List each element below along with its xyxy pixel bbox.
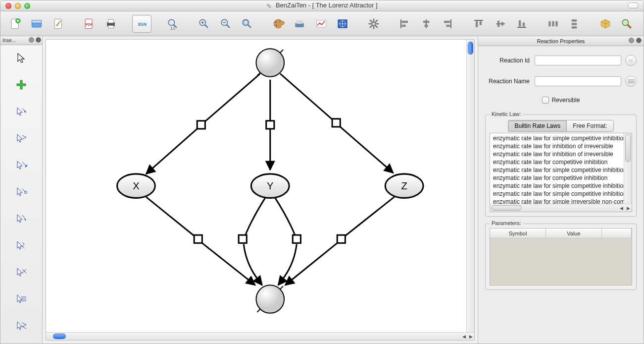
zoom-out-button[interactable] (216, 15, 235, 33)
tool-arrow-7[interactable] (13, 266, 29, 278)
hscroll-right-icon[interactable]: ▶ (467, 333, 474, 340)
source-node[interactable] (256, 49, 284, 77)
canvas-hscroll[interactable]: ◀ ▶ (46, 332, 474, 340)
ratelaw-hleft-icon[interactable]: ◀ (618, 204, 625, 212)
rate-law-item[interactable]: enzymatic rate law for inhibition of irr… (490, 142, 624, 150)
rate-law-item[interactable]: enzymatic rate law for simple competitiv… (490, 166, 624, 174)
svg-rect-53 (548, 21, 550, 26)
reaction-id-edit-button[interactable]: ⠶ (625, 55, 637, 66)
panel-minimize-icon[interactable] (629, 38, 634, 43)
rate-law-item[interactable]: enzymatic rate law for inhibition of irr… (490, 150, 624, 158)
svg-rect-36 (402, 20, 408, 22)
tool-arrow-4[interactable] (13, 186, 29, 198)
hscroll-left-icon[interactable]: ◀ (460, 333, 467, 340)
ratelaw-hthumb[interactable] (491, 205, 522, 211)
kinetic-law-group: Kinetic Law: Builtin Rate Laws Free Form… (485, 115, 637, 217)
rate-law-item[interactable]: enzymatic rate law for simple competitiv… (490, 134, 624, 142)
reaction-name-input[interactable] (535, 76, 621, 86)
panel-close-icon[interactable] (636, 38, 642, 43)
zoom-in-button[interactable] (194, 15, 213, 33)
tool-select[interactable] (13, 52, 29, 64)
properties-panel: Reaction Properties Reaction Id ⠶ Reacti… (478, 36, 644, 344)
settings-button[interactable] (364, 15, 383, 33)
zoom-fit-button[interactable] (237, 15, 256, 33)
tab-builtin-rate-laws[interactable]: Builtin Rate Laws (508, 120, 566, 132)
palette-minimize-icon[interactable] (29, 37, 34, 43)
rate-law-item[interactable]: enzymatic rate law for simple competitiv… (490, 190, 624, 198)
reversible-checkbox[interactable] (542, 97, 549, 104)
ratelaw-hscroll[interactable]: ◀ ▶ (490, 204, 632, 212)
svg-rect-86 (293, 235, 300, 243)
rate-law-list[interactable]: enzymatic rate law for simple competitiv… (490, 133, 632, 212)
palette-header[interactable]: Inse... (0, 36, 42, 45)
align-center-h-button[interactable] (416, 15, 436, 33)
zoom-reset-button[interactable]: 1:1 (163, 15, 183, 33)
rate-law-item[interactable]: enzymatic rate law for simple competitiv… (490, 182, 624, 190)
inspect-button[interactable] (617, 15, 637, 33)
svg-rect-40 (424, 24, 428, 26)
ratelaw-vthumb[interactable] (625, 134, 631, 162)
reversible-label: Reversible (552, 97, 580, 104)
vscroll-thumb[interactable] (468, 42, 473, 55)
ratelaw-vscroll[interactable] (624, 133, 632, 204)
reaction-id-input[interactable] (535, 56, 621, 65)
svg-rect-70 (266, 121, 274, 129)
palette-close-icon[interactable] (36, 37, 41, 43)
palette-button[interactable] (268, 15, 288, 33)
edit-doc-button[interactable] (49, 15, 68, 33)
tool-arrow-6[interactable] (13, 239, 29, 251)
chart-button[interactable] (311, 15, 331, 33)
tool-arrow-3[interactable] (13, 159, 29, 171)
align-center-v-button[interactable] (491, 15, 510, 33)
typewriter-button[interactable] (290, 15, 309, 33)
tool-add[interactable] (13, 79, 29, 91)
node-y[interactable]: Y (251, 174, 289, 198)
tab-free-format[interactable]: Free Format: (566, 120, 613, 132)
tool-arrow-8[interactable] (13, 293, 29, 305)
parameters-table[interactable]: Symbol Value (490, 228, 632, 286)
svg-rect-25 (297, 20, 302, 24)
distribute-h-button[interactable] (543, 15, 562, 33)
align-left-button[interactable] (395, 15, 414, 33)
export-pdf-button[interactable]: PDF (80, 15, 99, 33)
ratelaw-hright-icon[interactable]: ▶ (625, 204, 632, 212)
svg-rect-51 (519, 20, 521, 26)
distribute-v-button[interactable] (564, 15, 584, 33)
tool-arrow-1[interactable] (13, 106, 29, 117)
diagram-canvas[interactable]: X Y Z (46, 39, 475, 341)
tool-arrow-5[interactable] (13, 213, 29, 225)
svg-rect-85 (239, 235, 247, 243)
sbgn-button[interactable]: 3GN (132, 15, 152, 33)
new-button[interactable] (5, 15, 25, 33)
properties-header[interactable]: Reaction Properties (478, 36, 644, 46)
rate-law-item[interactable]: enzymatic rate law for competitive inhib… (490, 174, 624, 182)
open-button[interactable] (27, 15, 46, 33)
view-3d-button[interactable] (595, 15, 615, 33)
svg-line-17 (226, 24, 229, 27)
tool-arrow-9[interactable] (13, 320, 29, 332)
reaction-name-edit-button[interactable] (625, 76, 637, 87)
align-top-button[interactable] (469, 15, 488, 33)
align-bottom-button[interactable] (512, 15, 531, 33)
svg-rect-43 (446, 24, 450, 26)
sink-node[interactable] (256, 285, 284, 313)
param-col-symbol[interactable]: Symbol (490, 229, 546, 238)
window-title: ✎ BenZaiTen - [ The Lorenz Attractor ] (0, 1, 644, 9)
node-x[interactable]: X (117, 174, 155, 198)
align-right-button[interactable] (438, 15, 457, 33)
toolbar-toggle-button[interactable] (628, 2, 639, 8)
node-z[interactable]: Z (385, 174, 423, 198)
svg-line-84 (202, 243, 255, 285)
globe-button[interactable] (333, 15, 352, 33)
canvas-vscroll[interactable] (466, 40, 474, 332)
print-button[interactable] (101, 15, 120, 33)
svg-rect-46 (480, 21, 482, 25)
app-icon: ✎ (266, 2, 272, 10)
svg-rect-56 (572, 19, 577, 21)
param-col-value[interactable]: Value (546, 229, 602, 238)
insert-palette: Inse... ⌄ (0, 36, 43, 344)
rate-law-item[interactable]: enzymatic rate law for competitive inhib… (490, 158, 624, 166)
svg-rect-9 (108, 25, 114, 28)
hscroll-thumb[interactable] (53, 334, 66, 339)
tool-arrow-2[interactable] (13, 132, 29, 144)
